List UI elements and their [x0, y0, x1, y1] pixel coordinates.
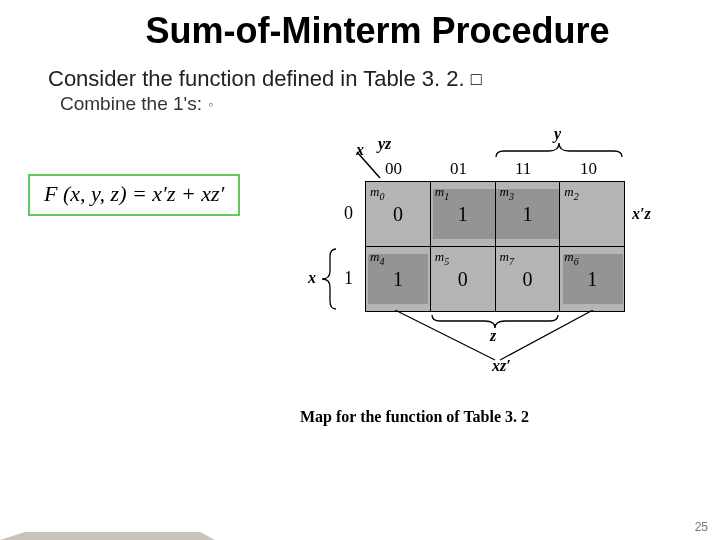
cell-m2: m2 [560, 182, 625, 247]
axis-x-label: x [356, 141, 364, 159]
col-01: 01 [450, 159, 467, 179]
combine-line: Combine the 1's: ◦ [60, 93, 690, 115]
cell-m6: m6 1 [560, 247, 625, 312]
page-title: Sum-of-Minterm Procedure [65, 10, 690, 52]
bullet-icon: ◦ [208, 96, 213, 112]
axis-yz-label: yz [378, 135, 391, 153]
cell-m5: m5 0 [430, 247, 495, 312]
label-y: y [554, 125, 561, 143]
subtitle: Consider the function defined in Table 3… [48, 66, 465, 92]
cell-m7: m7 0 [495, 247, 560, 312]
cell-m0: m0 0 [366, 182, 431, 247]
label-x: x [308, 269, 316, 287]
col-00: 00 [385, 159, 402, 179]
figure-caption: Map for the function of Table 3. 2 [300, 408, 529, 426]
placeholder-square-icon: □ [471, 69, 482, 90]
cell-m3: m3 1 [495, 182, 560, 247]
formula-box: F (x, y, z) = x′z + xz′ [28, 174, 240, 216]
col-11: 11 [515, 159, 531, 179]
kmap-grid: m0 0 m1 1 m3 1 m2 [365, 181, 625, 312]
col-10: 10 [580, 159, 597, 179]
cell-m1: m1 1 [430, 182, 495, 247]
slide: Sum-of-Minterm Procedure Consider the fu… [0, 0, 720, 540]
row-1: 1 [344, 268, 353, 289]
label-xprime-z: x′z [632, 205, 651, 223]
svg-marker-0 [0, 532, 230, 540]
svg-line-4 [500, 310, 593, 360]
corner-accent [0, 480, 240, 540]
svg-line-3 [395, 310, 495, 360]
combine-text: Combine the 1's: [60, 93, 202, 115]
kmap-figure: x yz 00 01 11 10 0 1 m0 0 m1 [310, 135, 650, 365]
brace-x [320, 247, 338, 311]
row-0: 0 [344, 203, 353, 224]
wrap-lines [365, 310, 625, 370]
formula: F (x, y, z) = x′z + xz′ [44, 181, 224, 206]
page-number: 25 [695, 520, 708, 534]
cell-m4: m4 1 [366, 247, 431, 312]
brace-y [494, 141, 624, 159]
